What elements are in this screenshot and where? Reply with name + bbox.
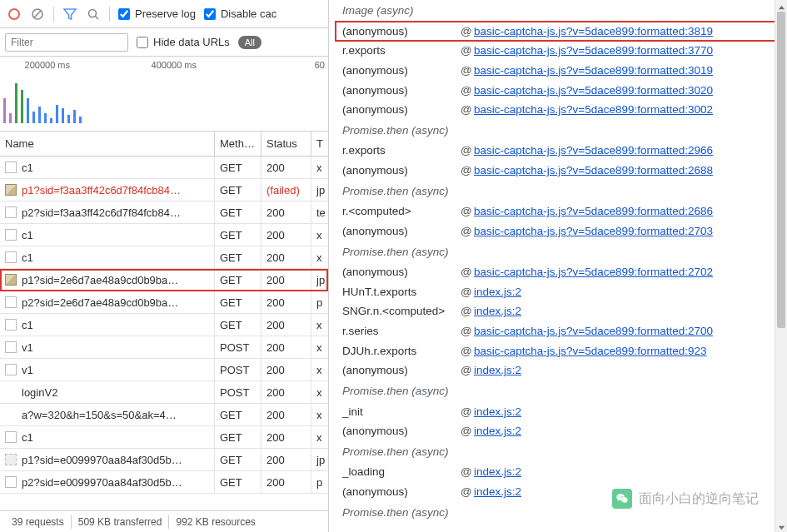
scrollbar-thumb[interactable]	[777, 12, 785, 328]
search-icon[interactable]	[86, 7, 101, 22]
filter-all-pill[interactable]: All	[238, 36, 262, 49]
stack-location-link[interactable]: basic-captcha-js.js?v=5dace899:formatted…	[474, 321, 782, 341]
stack-location-link[interactable]: basic-captcha-js.js?v=5dace899:formatted…	[474, 262, 782, 282]
stack-location-link[interactable]: basic-captcha-js.js?v=5dace899:formatted…	[474, 61, 782, 81]
stack-location-link[interactable]: basic-captcha-js.js?v=5dace899:formatted…	[474, 22, 779, 42]
disable-cache-checkbox[interactable]	[204, 8, 216, 20]
table-header[interactable]: Name Meth… Status T	[0, 132, 328, 157]
col-method[interactable]: Meth…	[215, 132, 262, 156]
table-row[interactable]: c1GET200x	[0, 426, 328, 449]
table-row[interactable]: a?w=320&h=150&s=50&ak=4…GET200x	[0, 404, 328, 426]
table-row[interactable]: loginV2POST200x	[0, 381, 328, 404]
table-row[interactable]: v1POST200x	[0, 336, 328, 359]
stack-location-link[interactable]: index.js:2	[474, 462, 782, 482]
request-status: 200	[262, 314, 311, 336]
stack-frame[interactable]: (anonymous)@basic-captcha-js.js?v=5dace8…	[336, 61, 782, 81]
stack-location-link[interactable]: index.js:2	[474, 402, 782, 422]
stack-location-link[interactable]: index.js:2	[474, 301, 782, 321]
stack-location-link[interactable]: index.js:2	[474, 421, 782, 441]
preserve-log-checkbox[interactable]	[118, 8, 130, 20]
stack-frame[interactable]: r.exports@basic-captcha-js.js?v=5dace899…	[336, 41, 782, 61]
table-row[interactable]: c1GET200x	[0, 246, 328, 269]
disable-cache-toggle[interactable]: Disable cac	[204, 7, 276, 20]
stack-location-link[interactable]: basic-captcha-js.js?v=5dace899:formatted…	[474, 201, 782, 221]
stack-at: @	[461, 141, 474, 161]
timeline-tick: 200000 ms	[25, 60, 70, 70]
table-row[interactable]: p1?sid=2e6d7ae48a9cd0b9ba…GET200jp	[0, 269, 328, 291]
scroll-up-icon[interactable]	[778, 2, 785, 10]
table-row[interactable]: p2?sid=e0099970aa84af30d5b…GET200p	[0, 471, 328, 494]
stack-frame[interactable]: (anonymous)@index.js:2	[336, 482, 782, 502]
stack-at: @	[461, 360, 474, 380]
stack-frame[interactable]: r.<computed>@basic-captcha-js.js?v=5dace…	[336, 201, 782, 221]
stack-location-link[interactable]: basic-captcha-js.js?v=5dace899:formatted…	[474, 100, 782, 120]
stack-section-header: Promise.then (async)	[336, 380, 782, 402]
stack-frame[interactable]: (anonymous)@index.js:2	[336, 421, 782, 441]
svg-point-0	[9, 9, 19, 19]
stack-at: @	[461, 22, 474, 42]
table-row[interactable]: c1GET200x	[0, 157, 328, 179]
table-row[interactable]: p1?sid=f3aa3ff42c6d7f84fcb84…GET(failed)…	[0, 179, 328, 201]
file-type-icon	[5, 296, 17, 308]
stack-frame[interactable]: (anonymous)@basic-captcha-js.js?v=5dace8…	[336, 161, 782, 181]
request-name: p1?sid=e0099970aa84af30d5b…	[22, 454, 182, 466]
table-row[interactable]: v1POST200x	[0, 359, 328, 381]
request-name: c1	[22, 229, 33, 241]
stack-at: @	[461, 221, 474, 241]
stack-frame[interactable]: SNGr.n.<computed>@index.js:2	[336, 301, 782, 321]
table-row[interactable]: p1?sid=e0099970aa84af30d5b…GET200jp	[0, 449, 328, 471]
filter-input[interactable]	[5, 33, 128, 52]
request-type: jp	[311, 179, 328, 201]
table-row[interactable]: p2?sid=f3aa3ff42c6d7f84fcb84…GET200te	[0, 201, 328, 224]
table-row[interactable]: c1GET200x	[0, 314, 328, 336]
record-icon[interactable]	[7, 7, 22, 22]
requests-table: Name Meth… Status T c1GET200xp1?sid=f3aa…	[0, 132, 328, 510]
stack-frame[interactable]: (anonymous)@basic-captcha-js.js?v=5dace8…	[336, 22, 782, 42]
stack-at: @	[461, 41, 474, 61]
stack-frame[interactable]: r.series@basic-captcha-js.js?v=5dace899:…	[336, 321, 782, 341]
stack-location-link[interactable]: index.js:2	[474, 282, 782, 302]
preserve-log-label: Preserve log	[135, 7, 196, 20]
table-row[interactable]: c1GET200x	[0, 224, 328, 246]
stack-frame[interactable]: (anonymous)@index.js:2	[336, 360, 782, 380]
file-type-icon	[5, 431, 17, 443]
hide-data-urls-toggle[interactable]: Hide data URLs	[137, 36, 230, 48]
stack-location-link[interactable]: index.js:2	[474, 482, 782, 502]
stack-frame[interactable]: DJUh.r.exports@basic-captcha-js.js?v=5da…	[336, 341, 782, 361]
network-panel: Preserve log Disable cac Hide data URLs …	[0, 0, 329, 532]
stack-location-link[interactable]: basic-captcha-js.js?v=5dace899:formatted…	[474, 221, 782, 241]
status-resources: 992 KB resources	[169, 516, 262, 528]
stack-location-link[interactable]: basic-captcha-js.js?v=5dace899:formatted…	[474, 141, 782, 161]
stack-frame[interactable]: (anonymous)@basic-captcha-js.js?v=5dace8…	[336, 262, 782, 282]
request-status: 200	[262, 381, 311, 403]
stack-location-link[interactable]: basic-captcha-js.js?v=5dace899:formatted…	[474, 161, 782, 181]
preserve-log-toggle[interactable]: Preserve log	[118, 7, 196, 20]
request-method: POST	[215, 359, 262, 380]
col-type[interactable]: T	[311, 132, 328, 156]
stack-frame[interactable]: (anonymous)@basic-captcha-js.js?v=5dace8…	[336, 81, 782, 101]
stack-frame[interactable]: r.exports@basic-captcha-js.js?v=5dace899…	[336, 141, 782, 161]
col-name[interactable]: Name	[0, 132, 215, 156]
scroll-down-icon[interactable]	[778, 522, 785, 530]
stack-frame[interactable]: _loading@index.js:2	[336, 462, 782, 482]
table-row[interactable]: p2?sid=2e6d7ae48a9cd0b9ba…GET200p	[0, 291, 328, 314]
stack-frame[interactable]: (anonymous)@basic-captcha-js.js?v=5dace8…	[336, 221, 782, 241]
stack-location-link[interactable]: index.js:2	[474, 360, 782, 380]
stack-at: @	[461, 402, 474, 422]
stack-location-link[interactable]: basic-captcha-js.js?v=5dace899:formatted…	[474, 41, 782, 61]
scrollbar[interactable]	[775, 0, 787, 532]
clear-icon[interactable]	[30, 7, 45, 22]
stack-frame[interactable]: _init@index.js:2	[336, 402, 782, 422]
col-status[interactable]: Status	[262, 132, 311, 156]
request-type: x	[311, 336, 328, 358]
request-method: GET	[215, 314, 262, 336]
stack-frame[interactable]: (anonymous)@basic-captcha-js.js?v=5dace8…	[336, 100, 782, 120]
filter-icon[interactable]	[62, 7, 77, 22]
timeline-overview[interactable]: 200000 ms 400000 ms 60	[0, 57, 328, 132]
stack-at: @	[461, 321, 474, 341]
stack-frame[interactable]: HUnT.t.exports@index.js:2	[336, 282, 782, 302]
hide-data-urls-checkbox[interactable]	[137, 37, 148, 48]
request-status: 200	[262, 426, 311, 448]
stack-location-link[interactable]: basic-captcha-js.js?v=5dace899:formatted…	[474, 341, 782, 361]
stack-location-link[interactable]: basic-captcha-js.js?v=5dace899:formatted…	[474, 81, 782, 101]
